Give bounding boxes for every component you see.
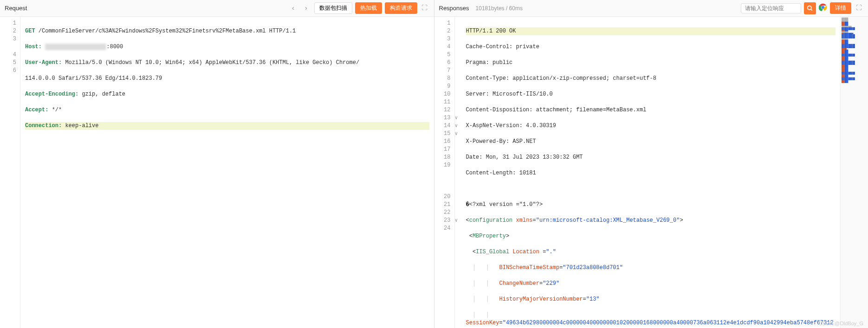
- ua-header: User-Agent:: [25, 59, 62, 66]
- xml-binschema: │ │ BINSchemaTimeStamp="701d23a808e8d701…: [466, 264, 836, 272]
- xml-declaration: �<?xml version ="1.0"?>: [466, 201, 836, 209]
- resp-header-line: Pragma: public: [466, 59, 836, 67]
- status-line: HTTP/1.1 200 OK: [466, 27, 836, 35]
- xml-iisglobal-open: <IIS_Global Location =".": [466, 248, 836, 256]
- request-header: Request ‹ › 数据包扫描 热加载 构造请求 ⛶: [0, 0, 434, 17]
- minimap[interactable]: ████████████████████████████████████████…: [840, 17, 868, 328]
- bytes-info: 10181bytes / 60ms: [476, 5, 523, 12]
- search-input[interactable]: [741, 3, 801, 13]
- detail-button[interactable]: 详情: [830, 2, 851, 14]
- xml-changenum: │ │ ChangeNumber="229": [466, 280, 836, 288]
- request-code-body[interactable]: GET /CommonFileServer/c%3A%2Fwindows%2FS…: [20, 17, 434, 328]
- accept-header: Accept:: [25, 107, 48, 113]
- scan-button[interactable]: 数据包扫描: [314, 2, 352, 14]
- resp-header-line: Date: Mon, 31 Jul 2023 13:30:32 GMT: [466, 154, 836, 161]
- request-path: /CommonFileServer/c%3A%2Fwindows%2FSyste…: [39, 28, 266, 34]
- host-header: Host:: [25, 44, 42, 50]
- xml-histnum: │ │ HistoryMajorVersionNumber="13": [466, 296, 836, 303]
- request-code-area[interactable]: 123 456 GET /CommonFileServer/c%3A%2Fwin…: [0, 17, 434, 328]
- resp-header-line: Cache-Control: private: [466, 43, 836, 51]
- host-value-blurred: xxx.xxx.xx: [45, 44, 106, 50]
- accept-enc-header: Accept-Encoding:: [25, 91, 78, 97]
- response-title: Responses: [439, 5, 469, 12]
- xml-sesskey: │ │SessionKey="49634b62980000004c0000004…: [466, 311, 836, 328]
- resp-header-line: Content-Disposition: attachment; filenam…: [466, 106, 836, 114]
- resp-header-line: Content-Length: 10181: [466, 169, 836, 177]
- watermark: CSDN @OldBoy_G: [819, 321, 863, 326]
- expand-icon[interactable]: ⛶: [420, 4, 429, 13]
- resp-header-line: Server: Microsoft-IIS/10.0: [466, 90, 836, 98]
- resp-header-line: Content-Type: application/x-zip-compress…: [466, 75, 836, 83]
- expand-icon[interactable]: ⛶: [854, 4, 863, 13]
- accept-value: */*: [52, 107, 62, 113]
- xml-mbproperty: <MBProperty>: [466, 232, 836, 240]
- svg-point-0: [808, 6, 811, 9]
- connection-header: Connection:: [25, 122, 62, 129]
- svg-line-1: [811, 9, 812, 10]
- nav-next-button[interactable]: ›: [301, 3, 311, 13]
- response-code-body[interactable]: HTTP/1.1 200 OK Cache-Control: private P…: [461, 17, 841, 328]
- accept-enc-value: gzip, deflate: [82, 91, 125, 97]
- xml-config-open: <configuration xmlns="urn:microsoft-cata…: [466, 217, 836, 225]
- response-panel: Responses 10181bytes / 60ms 详情 ⛶ 1234567…: [434, 0, 868, 328]
- chrome-icon[interactable]: [819, 3, 827, 13]
- request-title: Request: [5, 5, 27, 12]
- http-proto: HTTP/1.1: [269, 28, 296, 34]
- resp-header-line: X-AspNet-Version: 4.0.30319: [466, 122, 836, 130]
- search-button[interactable]: [804, 2, 816, 14]
- hotload-button[interactable]: 热加载: [355, 2, 382, 14]
- fold-gutter[interactable]: ∨∨∨ ∨: [455, 17, 461, 328]
- request-panel: Request ‹ › 数据包扫描 热加载 构造请求 ⛶ 123 456 GET…: [0, 0, 434, 328]
- ua-cont: 114.0.0.0 Safari/537.36 Edg/114.0.1823.7…: [25, 75, 162, 82]
- nav-prev-button[interactable]: ‹: [288, 3, 298, 13]
- response-gutter: 12345678910111213141516171819 2021222324: [434, 17, 455, 328]
- http-method: GET: [25, 28, 35, 34]
- ua-value: Mozilla/5.0 (Windows NT 10.0; Win64; x64…: [65, 59, 359, 66]
- connection-value: keep-alive: [65, 122, 98, 129]
- forge-request-button[interactable]: 构造请求: [385, 2, 417, 14]
- request-gutter: 123 456: [0, 17, 20, 328]
- resp-header-line: X-Powered-By: ASP.NET: [466, 138, 836, 146]
- response-header: Responses 10181bytes / 60ms 详情 ⛶: [434, 0, 868, 17]
- response-code-area[interactable]: 12345678910111213141516171819 2021222324…: [434, 17, 841, 328]
